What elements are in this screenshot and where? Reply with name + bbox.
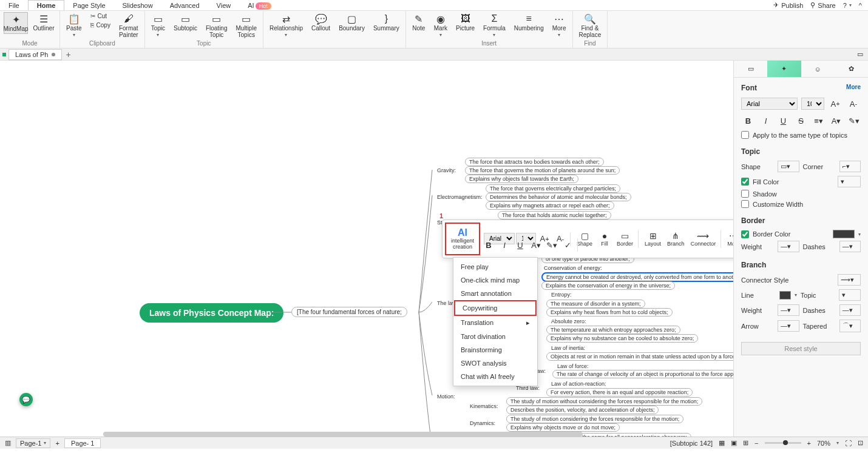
menu-slideshow[interactable]: Slideshow [114,1,161,10]
collapse-ribbon-button[interactable]: ^ [859,2,862,9]
corner-select[interactable]: ⌐▾ [839,161,861,172]
ai-option-smart-annotation[interactable]: Smart annotation [453,287,537,300]
formula-button[interactable]: ΣFormula▾ [481,12,508,39]
connector-style-select[interactable]: ⟿▾ [838,274,861,286]
border-color-swatch[interactable] [833,230,855,238]
ai-option-chat[interactable]: Chat with AI freely [453,370,537,383]
page-selector[interactable]: Page-1▾ [16,438,50,448]
conservation-item-selected[interactable]: Energy cannot be created or destroyed, o… [541,272,733,282]
tab-options-button[interactable]: ▭ [857,50,863,58]
document-tab[interactable]: Laws of Ph [8,49,62,60]
em-item-1[interactable]: Determines the behavior of atomic and mo… [486,193,631,201]
exit-fullscreen-button[interactable]: ⊡ [858,439,863,447]
action-label[interactable]: Law of action-reaction: [546,380,611,388]
customize-width-checkbox[interactable] [741,200,749,208]
menu-ai[interactable]: AIHot [239,1,279,10]
zoom-level[interactable]: 70% [817,440,830,447]
decrease-font-button[interactable]: A- [846,97,861,110]
entropy-label[interactable]: Entropy: [546,290,577,299]
float-underline[interactable]: U [513,238,527,252]
inertia-label[interactable]: Law of inertia: [546,344,590,352]
mindmap-mode-button[interactable]: ✦MindMap [4,12,28,34]
float-font-color[interactable]: A▾ [529,238,543,252]
fill-color-select[interactable]: ▾ [838,176,861,187]
inertia-item[interactable]: Objects at rest or in motion remain in t… [546,352,733,361]
dynamics-label[interactable]: Dynamics: [465,419,500,427]
ai-creation-button[interactable]: AI intelligent creation [445,223,480,255]
dynamics-item-1[interactable]: Explains why objects move or do not move… [506,423,620,432]
subcenter-topic[interactable]: [The four fundamental forces of nature; [291,307,407,317]
zoom-in-button[interactable]: + [807,440,811,447]
strong-item[interactable]: The force that holds atomic nuclei toget… [498,211,611,219]
ai-option-brainstorming[interactable]: Brainstorming [453,343,537,357]
font-more-link[interactable]: More [846,84,861,92]
branch-weight-select[interactable]: —▾ [778,304,799,316]
align-button[interactable]: ≡▾ [812,114,826,127]
outliner-mode-button[interactable]: ☰Outliner [32,12,56,33]
increase-font-button[interactable]: A+ [828,97,843,110]
float-bold[interactable]: B [481,238,496,252]
format-painter-button[interactable]: 🖌Format Painter [117,12,141,39]
help-fab-button[interactable]: 💬 [19,393,33,406]
gravity-item-2[interactable]: Explains why objects fall towards the Ea… [465,175,578,183]
float-highlight[interactable]: ✎▾ [544,238,559,252]
fill-color-checkbox[interactable] [741,178,749,186]
float-branch[interactable]: ⋔Branch [665,230,687,248]
float-clear-format[interactable]: ✓ [560,238,575,252]
em-item-2[interactable]: Explains why magnets attract or repel ea… [486,201,614,210]
underline-button[interactable]: U [776,114,790,127]
branch-topic-select[interactable]: ▾ [839,289,861,301]
menu-advanced[interactable]: Advanced [161,1,208,10]
kinematics-item-1[interactable]: Describes the position, velocity, and ac… [506,406,659,414]
kinematics-label[interactable]: Kinematics: [465,402,503,410]
menu-file[interactable]: File [0,1,28,10]
outline-toggle-button[interactable]: ▥ [5,439,11,447]
motion-label[interactable]: Motion: [432,392,460,401]
strikethrough-button[interactable]: S [794,114,808,127]
mark-button[interactable]: ◉Mark▾ [432,12,450,39]
border-dashes-select[interactable]: —▾ [839,241,861,252]
branch-dashes-select[interactable]: —▾ [839,304,861,316]
shadow-checkbox[interactable] [741,190,749,198]
ai-option-swot[interactable]: SWOT analysis [453,357,537,370]
ai-option-translation[interactable]: Translation▸ [453,316,537,330]
view-mode-2-button[interactable]: ▣ [731,439,737,447]
view-mode-1-button[interactable]: ▦ [719,439,725,447]
topic-button[interactable]: ▭Topic▾ [149,12,168,39]
abszero-label[interactable]: Absolute zero: [546,317,591,326]
italic-button[interactable]: I [759,114,773,127]
tapered-select[interactable]: ⌒▾ [839,320,861,332]
float-more[interactable]: ⋯More [725,230,733,248]
help-button[interactable]: ?▾ [843,2,852,9]
more-insert-button[interactable]: ⋯More▾ [550,12,569,39]
conservation-item-2[interactable]: Explains the conservation of energy in t… [541,281,675,290]
force-item[interactable]: The rate of change of velocity of an obj… [552,370,733,378]
abszero-item-2[interactable]: Explains why no substance can be cooled … [546,334,698,343]
paste-button[interactable]: 📋Paste▾ [64,12,84,39]
zoom-out-button[interactable]: − [754,440,758,447]
em-label[interactable]: Electromagnetism: [432,193,487,201]
add-tab-button[interactable]: + [66,50,70,59]
apply-same-type-checkbox[interactable] [741,131,749,139]
gravity-label[interactable]: Gravity: [432,166,461,175]
share-button[interactable]: ⚲Share [810,1,835,9]
kinematics-item-0[interactable]: The study of motion without considering … [506,397,702,406]
side-tab-style[interactable]: ▭ [734,61,767,77]
summary-button[interactable]: }Summary [371,12,402,33]
ai-option-free-play[interactable]: Free play [453,260,537,273]
numbering-button[interactable]: ≡Numbering [512,12,546,33]
note-button[interactable]: ✎Note [410,12,428,33]
entropy-item-2[interactable]: Explains why heat flows from hot to cold… [546,308,673,317]
callout-button[interactable]: 💬Callout [309,12,333,33]
float-connector[interactable]: ⟿Connector [688,230,719,248]
ai-option-tarot[interactable]: Tarot divination [453,330,537,343]
bold-button[interactable]: B [741,114,755,127]
ai-option-one-click[interactable]: One-click mind map [453,273,537,287]
reset-style-button[interactable]: Reset style [741,342,861,355]
em-item-0[interactable]: The force that governs electrically char… [486,184,620,193]
picture-button[interactable]: 🖼Picture [453,12,477,33]
border-color-checkbox[interactable] [741,230,749,238]
find-replace-button[interactable]: 🔍Find & Replace [577,12,604,39]
zoom-slider[interactable] [765,442,801,444]
border-weight-select[interactable]: —▾ [778,241,799,252]
